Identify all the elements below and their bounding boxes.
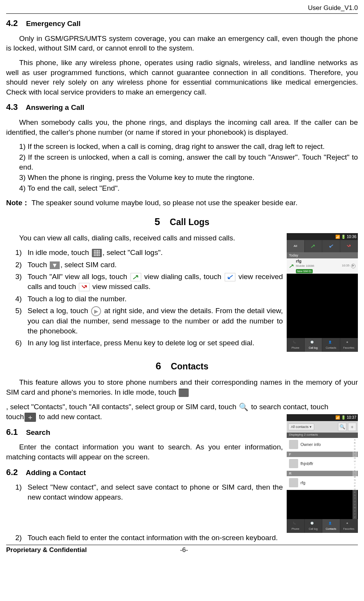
text: to add new contact.	[39, 413, 102, 421]
calllog-icon: 🕓	[310, 521, 316, 527]
chevron-down-icon: ▾	[310, 425, 312, 429]
para-4-2-1: Only in GSM/GPRS/UMTS system coverage, y…	[6, 34, 358, 53]
list-item: 1) If the screen is locked, when a call …	[19, 142, 358, 152]
btab-calllog[interactable]: 🕓Call log	[305, 519, 323, 533]
label: Call log	[309, 346, 318, 349]
idx: C	[353, 445, 357, 447]
list-4-3: 1) If the screen is locked, when a call …	[6, 142, 358, 193]
alpha-separator: F	[287, 452, 358, 457]
text: Touch each field to enter the contact in…	[28, 533, 358, 543]
detail-circle-icon: ▶	[91, 306, 101, 316]
idx: Y	[353, 513, 357, 515]
idx: X	[353, 510, 357, 512]
battery-icon: 🔋	[341, 234, 346, 240]
idx: A	[353, 439, 357, 441]
heading-num: 4.2	[6, 18, 18, 28]
idx: N	[353, 479, 357, 481]
list-item: 2) If the screen is unlocked, when a cal…	[19, 152, 358, 172]
list-5: 1) In idle mode, touch , select "Call lo…	[6, 248, 283, 348]
add-button[interactable]: ＋	[348, 423, 356, 431]
section-6-layout: touch＋ to add new contact. 6.1 Search En…	[6, 412, 358, 533]
heading-num: 4.3	[6, 102, 18, 112]
btab-favorites[interactable]: ★Favorites	[340, 338, 358, 352]
list-item: 1) Select "New contact", and select save…	[15, 482, 283, 502]
para-6-intro-cont: touch＋ to add new contact.	[6, 412, 283, 422]
text: , select SIM card.	[60, 261, 117, 269]
text: Select a log, touch	[28, 307, 88, 315]
text: to search contact, touch	[251, 403, 328, 411]
btab-contacts[interactable]: 👤Contacts	[322, 519, 340, 533]
outgoing-call-icon	[289, 263, 294, 269]
text: view dialing calls, touch	[144, 273, 224, 281]
note-text: The speaker sound volume maybe loud, so …	[31, 199, 297, 207]
btab-phone[interactable]: 📞Phone	[287, 519, 305, 533]
battery-icon: 🔋	[341, 415, 346, 420]
contact-row[interactable]: rfg	[287, 476, 358, 490]
idx: Q	[353, 488, 357, 490]
chapter-num: 6	[155, 360, 161, 372]
list-6-2: 1) Select "New contact", and select save…	[6, 482, 283, 502]
list-item: 2) Touch each field to enter the contact…	[15, 533, 358, 543]
para-4-3-intro: When somebody calls you, the phone rings…	[6, 118, 358, 137]
list-6-2-cont: 2) Touch each field to enter the contact…	[6, 533, 358, 543]
search-icon: 🔍	[239, 403, 248, 412]
contact-name: fhjnbffr	[300, 461, 313, 467]
search-button[interactable]: 🔍	[338, 423, 346, 431]
detail-icon[interactable]: ▶	[351, 264, 356, 268]
all-contacts-dropdown[interactable]: All contacts ▾	[288, 423, 314, 430]
call-log-row[interactable]: rfg Mobile 10086 New SIM 01 10:35 ▶	[287, 258, 358, 274]
contact-name: rfg	[300, 480, 305, 486]
heading-4-3: 4.3 Answering a Call	[6, 101, 358, 113]
chapter-name: Contacts	[171, 361, 208, 371]
incoming-call-icon	[225, 273, 235, 281]
label: Contacts	[326, 527, 336, 531]
list-item: 2) Touch ▾, select SIM card.	[15, 260, 283, 270]
contacts-toolbar: All contacts ▾ 🔍 ＋	[287, 421, 358, 433]
contact-row[interactable]: fhjnbffr	[287, 457, 358, 471]
list-item: 1) In idle mode, touch , select "Call lo…	[15, 248, 283, 258]
idx: O	[353, 482, 357, 484]
list-item: 6) In any log list interface, press Menu…	[15, 338, 283, 348]
marker: 1)	[15, 248, 28, 258]
contacts-icon: 👤	[328, 521, 334, 527]
clock: 10:36	[347, 234, 356, 240]
text: Touch	[28, 261, 47, 269]
label: Favorites	[343, 346, 354, 349]
empty-area	[287, 274, 358, 338]
label: Favorites	[343, 527, 354, 531]
marker: 4)	[15, 294, 28, 304]
idx: S	[353, 494, 357, 496]
tab-outgoing[interactable]	[305, 240, 323, 252]
idx: R	[353, 491, 357, 493]
star-icon: ★	[346, 340, 351, 346]
calllog-icon: 🕓	[310, 340, 316, 346]
section-5-layout: You can view all calls, dialing calls, r…	[6, 233, 358, 352]
chapter-6-title: 6 Contacts	[6, 359, 358, 373]
today-separator: Today	[287, 252, 358, 258]
text: view missed calls.	[92, 283, 150, 291]
list-item: 3) Touch "All" view all logs, touch view…	[15, 272, 283, 291]
tab-all[interactable]: All	[287, 240, 305, 252]
heading-4-2: 4.2 Emergency Call	[6, 18, 358, 29]
tab-incoming[interactable]	[322, 240, 340, 252]
alphabet-index[interactable]: A B C D E F G H I J K L M N O P Q R S T	[353, 438, 357, 519]
idx: G	[353, 457, 357, 459]
chapter-name: Call Logs	[170, 217, 210, 227]
label: Phone	[292, 346, 299, 349]
marker: 2)	[15, 533, 28, 543]
btab-favorites[interactable]: ★Favorites	[340, 519, 358, 533]
btab-phone[interactable]: 📞Phone	[287, 338, 305, 352]
heading-num: 6.2	[6, 467, 18, 477]
btab-calllog[interactable]: 🕓Call log	[305, 338, 323, 352]
dropdown-icon: ▾	[50, 261, 60, 269]
para-4-2-2: This phone, like any wireless phone, ope…	[6, 58, 358, 97]
btab-contacts[interactable]: 👤Contacts	[322, 338, 340, 352]
idx: M	[353, 476, 357, 478]
note-label: Note：	[6, 199, 29, 207]
statusbar: 📶 🔋 10:36	[287, 233, 358, 240]
tab-missed[interactable]	[340, 240, 358, 252]
list-item: 5) Select a log, touch ▶ at right side, …	[15, 306, 283, 336]
contact-row[interactable]: Owner info	[287, 438, 358, 452]
heading-6-2: 6.2 Adding a Contact	[6, 467, 283, 478]
log-time: 10:35	[342, 264, 349, 268]
